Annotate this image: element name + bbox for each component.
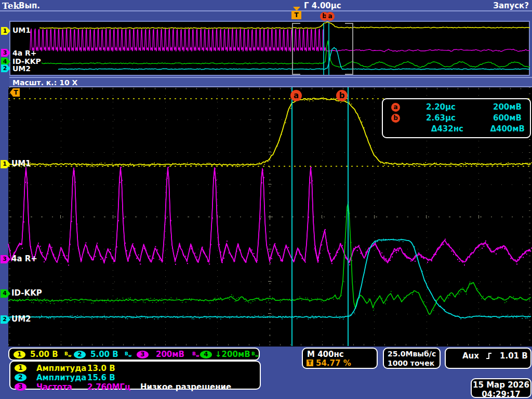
sample-rate: 25.0Мвыб/с: [388, 350, 436, 358]
ch2-bw-icon: Bw: [125, 351, 131, 358]
meas3-value: 2.760МГц: [87, 382, 130, 392]
ch1-scale: 5.00 В: [30, 350, 58, 359]
sampling-box: 25.0Мвыб/с 1000 точек: [383, 348, 441, 369]
measurement-row-3: 3 Частота 2.760МГц Низкое разрешение: [10, 382, 260, 392]
measurement-row-1: 1 Амплитуда 13.0 В: [10, 364, 260, 373]
date-label: 15 Мар 2026: [472, 380, 530, 390]
meas3-note: Низкое разрешение: [140, 382, 231, 392]
trigger-position-percent: 54.77 %: [316, 358, 351, 368]
cursor-a-flag-overview: a: [326, 12, 335, 21]
channel-scale-bar: 1 5.00 В Bw 2 5.00 В Bw 3 200мВ Bw 4 ↓20…: [8, 348, 260, 361]
meas1-ch-badge: 1: [15, 364, 26, 372]
main-ch3-label: 4a R+: [11, 254, 37, 263]
measurement-row-2: 2 Амплитуда 15.6 В: [10, 373, 260, 382]
trigger-source: Aux: [462, 351, 479, 361]
cursor-delta-volt: Δ400мВ: [475, 124, 525, 134]
zoom-scale-label: Масшт. к.: 10 X: [12, 78, 77, 87]
main-ch2-label: UM2: [11, 314, 31, 324]
top-status-bar: Tek Вып. Г 4.00µс Запуск?: [0, 0, 532, 10]
zoom-scale-bar: Масшт. к.: 10 X: [9, 77, 532, 87]
meas3-ch-badge: 3: [15, 383, 26, 391]
main-ch4-label: ID-KKP: [11, 288, 42, 298]
trigger-source-box: Aux 1.01 В: [445, 348, 531, 369]
ch1-badge: 1: [14, 351, 25, 358]
cursor-b-readout-badge: b: [391, 114, 400, 123]
ch4-badge: 4: [200, 351, 212, 358]
tek-logo: Tek: [2, 1, 19, 11]
meas1-value: 13.0 В: [87, 364, 115, 373]
timebase-box: M 400нс T 54.77 %: [302, 348, 378, 369]
meas2-value: 15.6 В: [87, 373, 115, 382]
meas2-name: Амплитуда: [36, 373, 86, 382]
cursor-delta-time: Δ432нс: [414, 124, 463, 134]
trigger-position-flag: T: [291, 11, 301, 19]
overview-ch1-label: UM1: [12, 26, 31, 34]
overview-ch2-label: UM2: [12, 64, 31, 73]
datetime-box: 15 Мар 2026 04:29:17: [471, 378, 531, 398]
acquisition-status: Вып.: [19, 1, 40, 10]
cursor-a-readout-badge: a: [391, 103, 400, 112]
record-length: 1000 точек: [388, 359, 434, 367]
rising-edge-icon: [485, 352, 493, 360]
cursor-readout-box: a b 2.20µс 200мВ 2.63µс 600мВ Δ432нс Δ40…: [382, 98, 531, 138]
cursor-b-time: 2.63µс: [406, 113, 456, 123]
ch2-scale: 5.00 В: [90, 350, 118, 359]
ch3-scale: 200мВ: [156, 350, 184, 359]
top-separator: [0, 10, 532, 11]
ch3-bw-icon: Bw: [192, 351, 199, 358]
overview-window: [9, 21, 530, 76]
trigger-position-icon: T: [307, 360, 313, 366]
meas1-name: Амплитуда: [36, 364, 86, 373]
cursor-a-volt: 200мВ: [472, 102, 522, 112]
main-ch1-label: UM1: [11, 159, 31, 168]
ch4-bw-icon: Bw: [251, 351, 258, 358]
oscilloscope-screen: { "top_bar": { "logo": "Tek", "acq_statu…: [0, 0, 532, 399]
measurement-box: 1 Амплитуда 13.0 В 2 Амплитуда 15.6 В 3 …: [9, 361, 261, 390]
meas3-name: Частота: [36, 382, 72, 392]
main-timebase-readout: Г 4.00µс: [304, 1, 341, 10]
trigger-status: Запуск?: [488, 1, 529, 10]
ch4-scale: ↓200мВ: [215, 350, 250, 359]
window-timebase: M 400нс: [307, 350, 344, 359]
cursor-a-badge: a: [290, 90, 302, 101]
cursor-b-badge: b: [336, 90, 348, 101]
ch1-bw-icon: Bw: [64, 351, 71, 358]
ch3-badge: 3: [137, 351, 149, 358]
cursor-b-volt: 600мВ: [472, 113, 522, 123]
time-label: 04:29:17: [472, 390, 530, 399]
ch2-badge: 2: [74, 351, 86, 358]
meas2-ch-badge: 2: [15, 374, 26, 381]
trigger-position-arrow-icon: [293, 7, 300, 11]
trigger-level: 1.01 В: [500, 351, 528, 361]
cursor-a-time: 2.20µс: [406, 102, 456, 112]
overview-ch3-label: 4a R+: [12, 49, 37, 57]
